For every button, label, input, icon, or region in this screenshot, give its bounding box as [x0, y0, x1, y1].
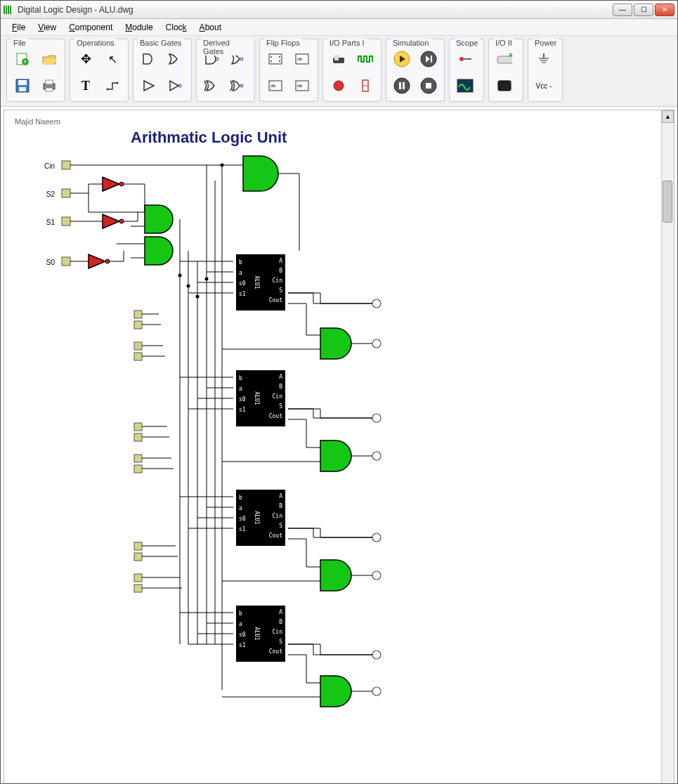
svg-rect-92: [285, 394, 288, 398]
vertical-scrollbar[interactable]: ▲ ▼: [661, 110, 674, 784]
keyboard-button[interactable]: +: [492, 46, 517, 72]
seven-segment-button[interactable]: [353, 73, 378, 98]
menu-about[interactable]: About: [194, 20, 227, 34]
ground-button[interactable]: [531, 46, 556, 72]
svg-rect-7: [46, 80, 53, 84]
svg-point-162: [196, 295, 200, 299]
svg-rect-149: [134, 342, 142, 350]
svg-rect-155: [134, 542, 142, 550]
svg-point-161: [187, 285, 190, 288]
group-scope: Scope: [449, 39, 484, 102]
and-gate-button[interactable]: [136, 46, 162, 72]
xnor-gate-button[interactable]: [226, 73, 252, 98]
new-file-button[interactable]: +: [10, 46, 35, 72]
svg-point-14: [240, 84, 243, 87]
menu-clock[interactable]: Clock: [160, 20, 193, 34]
svg-text:S0: S0: [46, 259, 56, 266]
jk-flipflop-button[interactable]: clk: [289, 46, 315, 72]
svg-text:Cin: Cin: [44, 162, 55, 170]
maximize-button[interactable]: ☐: [634, 4, 653, 16]
svg-text:+: +: [23, 58, 27, 65]
group-file: File +: [6, 39, 65, 102]
svg-text:s0: s0: [239, 396, 246, 403]
display-button[interactable]: [492, 73, 517, 98]
svg-rect-100: [233, 495, 236, 499]
svg-rect-104: [233, 516, 236, 521]
stop-button[interactable]: [416, 73, 441, 98]
save-button[interactable]: [10, 73, 35, 98]
play-button[interactable]: [389, 46, 415, 72]
scroll-thumb[interactable]: [663, 181, 672, 223]
xor-gate-button[interactable]: [200, 73, 225, 98]
svg-rect-72: [285, 278, 288, 282]
print-button[interactable]: [37, 73, 62, 98]
svg-rect-90: [285, 384, 288, 388]
text-tool-button[interactable]: T: [73, 73, 98, 98]
canvas[interactable]: Majid Naeem Arithmatic Logic Unit Cin S2…: [4, 110, 658, 784]
menu-file[interactable]: File: [6, 20, 31, 34]
select-tool-button[interactable]: ↖: [100, 46, 125, 72]
buffer-gate-button[interactable]: [136, 73, 162, 98]
menu-module[interactable]: Module: [119, 20, 158, 34]
svg-rect-151: [134, 423, 142, 431]
svg-rect-43: [498, 81, 511, 91]
sr-flipflop-button[interactable]: clk: [289, 73, 315, 98]
menu-view[interactable]: View: [32, 20, 62, 34]
svg-rect-35: [403, 82, 405, 89]
svg-rect-80: [233, 376, 236, 380]
svg-text:s1: s1: [239, 642, 246, 648]
app-icon: [4, 6, 15, 14]
svg-rect-66: [233, 292, 236, 296]
pause-button[interactable]: [389, 73, 415, 98]
close-button[interactable]: ✕: [655, 4, 674, 16]
canvas-area: Majid Naeem Arithmatic Logic Unit Cin S2…: [4, 110, 674, 784]
switch-button[interactable]: [326, 46, 351, 72]
svg-point-17: [270, 60, 272, 62]
svg-rect-108: [285, 494, 288, 498]
svg-text:B: B: [279, 268, 282, 274]
wire-tool-button[interactable]: [100, 73, 125, 98]
svg-text:clk: clk: [270, 84, 276, 88]
svg-point-163: [205, 277, 209, 281]
led-button[interactable]: [326, 73, 351, 98]
oscilloscope-button[interactable]: [452, 73, 478, 98]
or-gate-button[interactable]: [163, 46, 188, 72]
svg-rect-62: [233, 270, 236, 275]
svg-point-38: [459, 57, 464, 61]
clock-signal-button[interactable]: [353, 46, 378, 72]
probe-button[interactable]: [452, 46, 478, 72]
minimize-button[interactable]: —: [613, 4, 632, 16]
vcc-button[interactable]: Vcc -: [531, 73, 556, 98]
d-flipflop-button[interactable]: [263, 46, 288, 72]
svg-rect-94: [285, 404, 288, 408]
open-file-button[interactable]: [37, 46, 62, 72]
svg-text:b: b: [239, 610, 242, 617]
svg-rect-112: [285, 514, 288, 518]
group-io-parts-1: I/O Parts I: [322, 39, 382, 102]
svg-rect-114: [285, 523, 288, 528]
svg-text:A: A: [279, 609, 282, 615]
svg-text:+: +: [509, 53, 512, 57]
svg-text:ALU1: ALU1: [254, 511, 260, 524]
svg-rect-128: [285, 610, 288, 614]
t-flipflop-button[interactable]: clk: [263, 73, 288, 98]
svg-text:Cin: Cin: [273, 629, 283, 635]
scroll-up-icon[interactable]: ▲: [662, 110, 674, 123]
svg-rect-102: [233, 506, 236, 510]
svg-point-139: [372, 299, 381, 308]
step-button[interactable]: [416, 46, 441, 72]
move-tool-button[interactable]: ✥: [73, 46, 98, 72]
svg-text:s0: s0: [239, 632, 246, 638]
svg-text:Cout: Cout: [269, 413, 282, 419]
svg-text:S1: S1: [46, 218, 56, 226]
svg-rect-152: [134, 433, 142, 441]
svg-text:clk: clk: [297, 84, 303, 88]
svg-text:s0: s0: [239, 280, 246, 287]
svg-rect-116: [285, 533, 288, 537]
menu-component[interactable]: Component: [63, 20, 118, 34]
svg-point-56: [119, 182, 124, 186]
svg-rect-8: [46, 88, 53, 91]
not-gate-button[interactable]: [163, 73, 188, 98]
svg-rect-37: [426, 83, 431, 89]
svg-text:S: S: [279, 403, 282, 410]
